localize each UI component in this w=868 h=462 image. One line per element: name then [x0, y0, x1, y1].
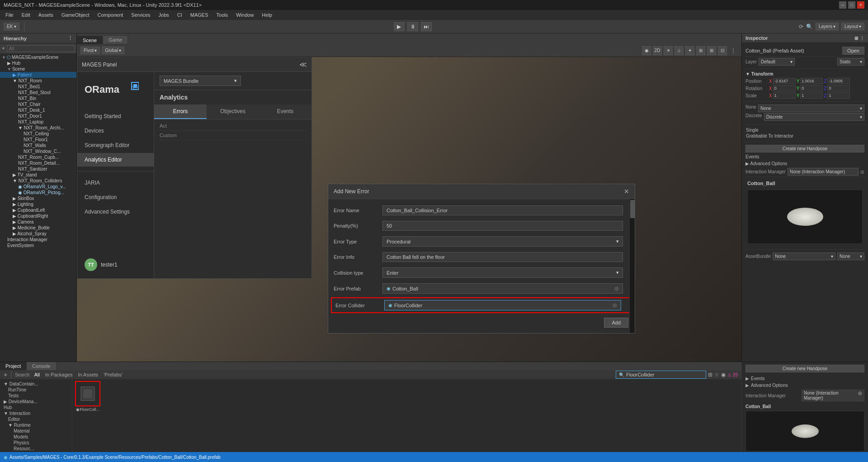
pause-button[interactable]: ⏸ [407, 22, 418, 31]
tree-material[interactable]: Material [2, 428, 70, 434]
menu-jobs[interactable]: Jobs [155, 11, 173, 19]
tree-physics[interactable]: Physics [2, 440, 70, 446]
mages-nav-analytics-editor[interactable]: Analytics Editor [77, 153, 154, 167]
inspector-layer-dropdown[interactable]: Default ▾ [759, 58, 795, 66]
hier-item-cupboard-left[interactable]: ▶ CupboardLeft [0, 207, 76, 213]
bottom-tab-console[interactable]: Console [27, 362, 56, 370]
dialog-close-btn[interactable]: ✕ [624, 188, 629, 195]
tree-editor[interactable]: Editor [2, 416, 70, 422]
effects-toggle-btn[interactable]: ✦ [685, 46, 694, 55]
tree-datacontain[interactable]: ▼ DataContain... [2, 381, 70, 387]
global-dropdown[interactable]: Global ▾ [102, 47, 124, 54]
minimize-btn[interactable]: ─ [839, 1, 846, 9]
hier-item-nxt-walls[interactable]: NXT_Walls [0, 143, 76, 148]
hier-item-event-system[interactable]: EventSystem [0, 243, 76, 248]
menu-gameobject[interactable]: GameObject [58, 11, 93, 19]
analytics-tab-errors[interactable]: Errors [154, 105, 207, 119]
error-type-dropdown[interactable]: Procedural ▾ [382, 236, 623, 247]
hier-item-patient[interactable]: ▶ Patient [0, 72, 76, 78]
rot-x-input[interactable] [773, 85, 796, 91]
tree-models[interactable]: Models [2, 434, 70, 440]
hier-item-lighting[interactable]: ▶ Lighting [0, 201, 76, 207]
sort-icon[interactable]: ◉ [721, 372, 726, 378]
inspector-int-mgr-dropdown[interactable]: None (Interaction Manager) [788, 168, 859, 176]
hier-item-hub[interactable]: ▶ Hub [0, 60, 76, 66]
inspector-lock-icon[interactable]: ⊞ [854, 36, 858, 41]
error-prefab-input[interactable]: ◉ Cotton_Ball ◎ [382, 283, 623, 294]
hier-item-tv-stand[interactable]: ▶ TV_stand [0, 172, 76, 178]
step-button[interactable]: ⏭ [421, 22, 432, 31]
hier-item-interaction-mgr[interactable]: Interaction Manager [0, 237, 76, 243]
hier-item-nxt-cupb[interactable]: NXT_Room_Cupb... [0, 154, 76, 160]
pos-x-input[interactable] [773, 78, 796, 84]
menu-services[interactable]: Services [127, 11, 154, 19]
inspector-assetbundle-dropdown[interactable]: None ▾ [773, 252, 835, 260]
tree-tests[interactable]: Tests [2, 393, 70, 399]
error-prefab-pick-icon[interactable]: ◎ [614, 286, 619, 291]
hier-item-orama-logo[interactable]: ◉ ORamaVR_Logo_v... [0, 184, 76, 190]
close-btn[interactable]: ✕ [857, 1, 864, 9]
tree-runtime2[interactable]: ▼ Runtime [2, 422, 70, 428]
grid-toggle-btn[interactable]: ⊞ [707, 46, 716, 55]
dialog-scroll-thumb[interactable] [630, 200, 635, 218]
pos-z-input[interactable] [827, 78, 850, 84]
scale-z-input[interactable] [827, 92, 850, 99]
hier-item-nxt-bed1[interactable]: NXT_Bed1 [0, 84, 76, 90]
lighting-toggle-btn[interactable]: ☀ [664, 46, 673, 55]
hier-item-nxt-room-archi[interactable]: ▼ NXT_Room_Archi... [0, 125, 76, 131]
hierarchy-menu-icon[interactable]: ⋮ [68, 35, 73, 41]
inspector-more-icon[interactable]: ⋮ [860, 36, 864, 41]
menu-tools[interactable]: Tools [213, 11, 232, 19]
hier-item-cupboard-right[interactable]: ▶ CupboardRight [0, 213, 76, 219]
hier-item-orama-picto[interactable]: ◉ ORamaVR_Pictog... [0, 190, 76, 195]
hier-item-medicine[interactable]: ▶ Medicine_Bottle [0, 225, 76, 231]
filter-assets-btn[interactable]: In Assets [76, 372, 100, 378]
inspector-open-btn[interactable]: Open [842, 47, 864, 55]
filter-all-btn[interactable]: All [33, 372, 42, 378]
collision-type-dropdown[interactable]: Enter ▾ [382, 267, 623, 278]
hier-item-nxt-door[interactable]: NXT_Door1 [0, 113, 76, 119]
pivot-dropdown[interactable]: Pivot ▾ [80, 47, 100, 54]
tab-scene[interactable]: Scene [77, 36, 103, 44]
error-collider-input[interactable]: ◉ FloorCollider ◎ [384, 300, 621, 310]
history-icon[interactable]: ⟳ [799, 24, 803, 30]
menu-help[interactable]: Help [258, 11, 276, 19]
filter-prefabs-btn[interactable]: 'Prefabs' [102, 372, 124, 378]
menu-file[interactable]: File [2, 11, 17, 19]
hier-item-skinbox[interactable]: ▶ SkinBox [0, 195, 76, 201]
mages-nav-devices[interactable]: Devices [77, 124, 154, 138]
select-tool-btn[interactable]: ◉ [642, 46, 651, 55]
tree-interaction[interactable]: ▼ Interaction [2, 410, 70, 416]
render-mode-btn[interactable]: ⊡ [718, 46, 727, 55]
mages-nav-jaria[interactable]: JARIA [77, 176, 154, 190]
hier-item-nxt-desk[interactable]: NXT_Desk_1 [0, 107, 76, 113]
tree-devicemana[interactable]: ▶ DeviceMana... [2, 399, 70, 405]
dialog-add-btn[interactable]: Add [604, 318, 628, 328]
menu-edit[interactable]: Edit [18, 11, 34, 19]
layers-dropdown[interactable]: Layers ▾ [816, 23, 839, 30]
hierarchy-search-input[interactable] [7, 45, 75, 52]
mages-panel-collapse-btn[interactable]: ≪ [299, 60, 307, 69]
penalty-input[interactable] [382, 221, 623, 231]
hier-item-nxt-detail[interactable]: NXT_Room_Detail... [0, 160, 76, 166]
hier-item-camera[interactable]: ▶ Camera [0, 219, 76, 225]
ek-dropdown[interactable]: EK ▾ [4, 23, 19, 30]
maximize-btn[interactable]: □ [848, 1, 855, 9]
project-asset-floorcollider[interactable]: ◉FloorColl... [74, 381, 101, 412]
hier-item-nxt-sanitizer[interactable]: NXT_Sanitizer [0, 166, 76, 172]
hier-item-scene[interactable]: ▼ ⬡ MAGESExampleScene [0, 54, 76, 60]
rot-y-input[interactable] [800, 85, 823, 91]
bottom-create-handpose-btn[interactable]: Create new Handpose [745, 365, 864, 372]
layout-dropdown[interactable]: Layout ▾ [841, 23, 864, 30]
filter-packages-btn[interactable]: In Packages [43, 372, 75, 378]
hier-item-nxt-floor1[interactable]: NXT_Floor1 [0, 137, 76, 143]
hier-item-nxt-window[interactable]: NXT_Window_C... [0, 148, 76, 154]
2d-mode-btn[interactable]: 2D [653, 46, 662, 55]
scene-gizmo-btn[interactable]: ⊞ [696, 46, 705, 55]
inspector-discrete-dropdown[interactable]: Discrete ▾ [764, 113, 864, 121]
tree-resourc[interactable]: Resourc... [2, 446, 70, 452]
advanced-arrow[interactable]: ▶ [745, 383, 749, 388]
filter-icon[interactable]: ☆ [714, 372, 719, 378]
menu-window[interactable]: Window [232, 11, 257, 19]
hier-item-nxt-chair[interactable]: NXT_Chair [0, 101, 76, 107]
